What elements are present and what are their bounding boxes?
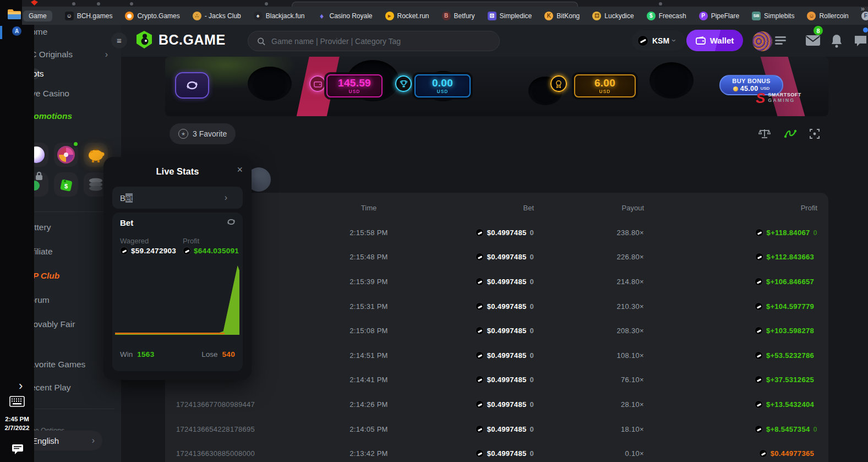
bet-time: 2:15:58 PM xyxy=(286,229,451,237)
wallet-button[interactable]: Wallet xyxy=(686,30,743,51)
profit-label: Profit xyxy=(183,237,199,245)
bookmark-item[interactable]: B Betfury xyxy=(442,12,475,20)
bet-payout: 28.10× xyxy=(534,400,644,409)
reset-stats-icon[interactable] xyxy=(226,218,236,226)
clock-time: 2:45 PM xyxy=(0,415,34,423)
wallet-icon xyxy=(696,36,706,45)
bet-payout: 18.10× xyxy=(534,425,644,433)
game-banner: 145.59 USD 0.00 USD 6.00 USD BUY BONUS 4… xyxy=(165,57,828,116)
bookmark-item[interactable]: K BitKong xyxy=(544,12,580,20)
search-input[interactable] xyxy=(270,36,490,46)
bookmark-item[interactable]: ⚃ Luckydice xyxy=(592,12,634,20)
tab-icon[interactable] xyxy=(72,2,75,6)
bet-row[interactable]: 1724136677080989447 2:14:26 PM $0.499748… xyxy=(165,392,828,417)
wallet-jackpot-icon xyxy=(309,75,326,92)
bell-icon[interactable] xyxy=(831,34,843,48)
keyboard-icon[interactable] xyxy=(9,396,25,407)
notification-dot xyxy=(72,140,79,148)
sidebar-toggle-button[interactable]: ≡ xyxy=(111,32,127,48)
jackpot-unit: USD xyxy=(349,89,361,94)
fairness-scales-icon[interactable] xyxy=(758,128,771,139)
bet-profit: $+53.5232786 xyxy=(644,351,817,360)
lose-count: 540 xyxy=(222,350,235,358)
provider-sub: GAMING xyxy=(768,98,801,104)
bookmark-item[interactable]: ☺ BCH.games xyxy=(65,12,113,20)
sidebar-item[interactable]: BC Originals › xyxy=(25,49,116,59)
bet-payout: 210.30× xyxy=(534,302,644,311)
tile-price-tag[interactable]: $ xyxy=(54,172,78,197)
tab-icon[interactable] xyxy=(265,2,268,6)
bookmark-favicon-icon: $ xyxy=(647,12,656,20)
bet-row[interactable]: 2:15:39 PM $0.49974850 214.80× $+106.846… xyxy=(165,269,828,294)
bet-amount: $0.49974850 xyxy=(451,302,534,311)
sidebar-nav-personal: Favorite Games Recent Play xyxy=(25,359,116,393)
bookmarks-overflow-icon[interactable]: » xyxy=(861,4,865,13)
tab-icon[interactable] xyxy=(97,2,100,6)
folder-icon[interactable] xyxy=(7,8,21,20)
ksm-coin-icon xyxy=(755,400,763,409)
tile-spin-wheel[interactable] xyxy=(54,143,78,167)
bet-row[interactable]: 2:15:58 PM $0.49974850 238.80× $+118.840… xyxy=(165,220,828,245)
bookmark-favicon-icon: ⚄ xyxy=(488,12,496,20)
buy-bonus-label: BUY BONUS xyxy=(732,78,770,84)
bet-row[interactable]: 2:14:51 PM $0.49974850 108.10× $+53.5232… xyxy=(165,343,828,368)
bookmark-item[interactable]: $ Freecash xyxy=(647,12,686,20)
bet-profit: $+8.54573540 xyxy=(644,425,817,433)
bookmark-item[interactable]: ∴ - Jacks Club xyxy=(193,12,241,20)
live-stats-icon[interactable] xyxy=(784,128,797,139)
fullscreen-icon[interactable] xyxy=(809,128,820,139)
sidebar-item[interactable]: Provably Fair xyxy=(25,319,116,329)
bookmark-item[interactable]: ⚄ Simpledice xyxy=(488,12,532,20)
sidebar-item[interactable]: Forum xyxy=(25,295,116,305)
bet-row[interactable]: 1724136654228178695 2:14:05 PM $0.499748… xyxy=(165,417,828,442)
sidebar-item[interactable]: Affiliate xyxy=(25,246,116,257)
sidebar-item[interactable]: Lottery xyxy=(25,222,116,232)
bet-row[interactable]: 2:15:08 PM $0.49974850 208.30× $+103.598… xyxy=(165,318,828,343)
close-icon[interactable]: × xyxy=(237,164,243,176)
bookmark-label: BCH.games xyxy=(77,12,113,20)
sidebar-item[interactable]: Promotions xyxy=(25,111,116,121)
bookmark-item[interactable]: ☺ Rollercoin xyxy=(807,12,848,20)
sidebar-item[interactable]: Recent Play xyxy=(25,382,116,393)
bet-id: 1724136630885008000 xyxy=(176,449,286,458)
mail-icon[interactable] xyxy=(805,35,821,46)
bookmark-item[interactable]: SB Simplebits xyxy=(752,12,794,20)
bet-row[interactable]: 1724136630885008000 2:13:42 PM $0.499748… xyxy=(165,441,828,462)
bet-row[interactable]: 2:15:48 PM $0.49974850 226.80× $+112.843… xyxy=(165,245,828,270)
browser-active-tab[interactable] xyxy=(292,2,578,7)
chat-icon[interactable] xyxy=(854,35,867,47)
bet-row[interactable]: 2:15:31 PM $0.49974850 210.30× $+104.597… xyxy=(165,294,828,319)
currency-selector[interactable]: KSM › xyxy=(632,30,685,51)
jackpot-refresh-button[interactable] xyxy=(175,72,209,99)
live-stats-chart xyxy=(115,263,239,335)
notes-icon[interactable] xyxy=(12,444,24,455)
sidebar-item[interactable]: Favorite Games xyxy=(25,359,116,369)
sidebar-item[interactable]: Home xyxy=(25,26,116,37)
tab-icon[interactable] xyxy=(130,2,133,6)
bet-time: 2:14:26 PM xyxy=(286,400,451,409)
bookmark-item[interactable]: Game xyxy=(23,10,52,21)
bet-row[interactable]: 2:14:41 PM $0.49974850 76.10× $+37.53126… xyxy=(165,368,828,393)
user-avatar[interactable] xyxy=(752,31,772,51)
bookmark-label: BitKong xyxy=(556,12,580,20)
tab-icon[interactable] xyxy=(659,2,662,6)
sidebar-item[interactable]: Live Casino xyxy=(25,88,116,99)
bookmark-item[interactable]: ▸ Rocket.run xyxy=(385,12,429,20)
bookmark-item[interactable]: ♦ Casino Royale xyxy=(317,12,372,20)
sidebar-item[interactable]: VIP Club xyxy=(25,270,116,281)
bet-profit: $0.44977365 xyxy=(644,449,817,458)
bookmark-item[interactable]: ♠ Blackjack.fun xyxy=(254,12,305,20)
bet-payout: 108.10× xyxy=(534,351,644,360)
stats-mode-select[interactable]: Bet › xyxy=(112,187,243,209)
bcgame-logo[interactable]: BC.GAME xyxy=(135,30,226,49)
account-menu-icon[interactable] xyxy=(775,36,786,46)
bookmark-item[interactable]: P PipeFlare xyxy=(699,12,739,20)
ksm-coin-icon xyxy=(476,400,484,409)
expand-toolbar-icon[interactable]: › xyxy=(19,379,23,393)
app-badge[interactable]: A xyxy=(12,26,21,36)
favorite-count-button[interactable]: ★ 3 Favorite xyxy=(170,123,236,144)
bet-profit: $+103.598278 xyxy=(644,327,817,335)
bookmark-item[interactable]: ◉ Crypto.Games xyxy=(125,12,179,20)
bookmark-favicon-icon: ☺ xyxy=(65,12,74,20)
ksm-coin-icon xyxy=(755,229,763,237)
